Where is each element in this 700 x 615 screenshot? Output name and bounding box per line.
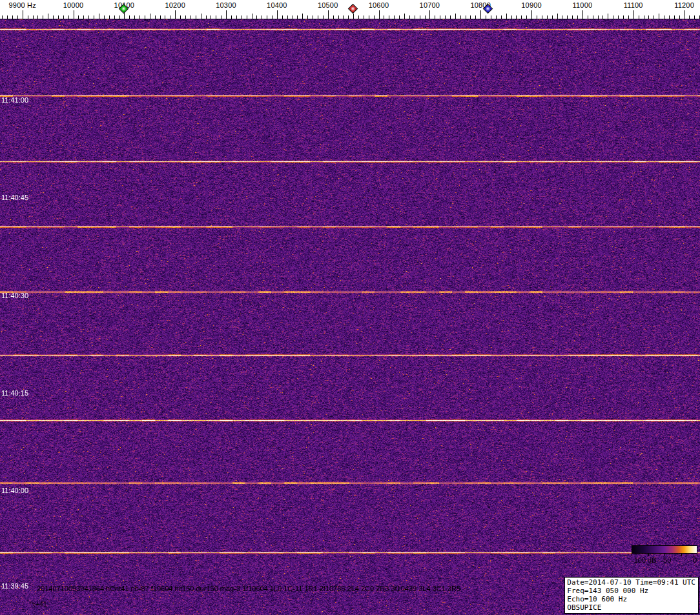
- time-label: 11:40:45: [1, 194, 28, 201]
- red-frequency-marker-diamond-icon: [348, 4, 358, 14]
- info-station: OBSUPICE: [567, 603, 695, 612]
- info-frequency: Freq=143 050 000 Hz: [567, 587, 695, 595]
- ruler-tick: [150, 14, 150, 19]
- ruler-tick: [582, 10, 583, 19]
- freq-tick-label: 11100: [624, 1, 643, 9]
- ruler-tick: [99, 14, 99, 19]
- ruler-tick: [48, 14, 48, 19]
- freq-tick-label: 11200: [674, 1, 694, 9]
- ruler-tick: [328, 10, 329, 19]
- info-date-time: Date=2014-07-10 Time=09:41 UTC: [567, 578, 695, 587]
- ruler-tick: [633, 10, 634, 19]
- freq-tick-label: 10700: [420, 1, 440, 9]
- info-box: Date=2014-07-10 Time=09:41 UTC Freq=143 …: [564, 577, 699, 614]
- ruler-tick: [302, 14, 303, 19]
- time-offset-label: ^t+41: [30, 600, 47, 608]
- detection-annotation: 20140710093941864 hCnt41 nb-87 f10604 hi…: [37, 585, 460, 592]
- ruler-tick: [226, 10, 227, 19]
- time-label: 11:39:45: [1, 582, 28, 590]
- ruler-tick: [201, 14, 201, 19]
- ruler-tick: [685, 10, 685, 19]
- freq-tick-label: 11000: [573, 1, 593, 9]
- colorbar-label-mid: -50: [661, 556, 671, 564]
- ruler-tick: [353, 14, 354, 19]
- spectrogram-app: 9900 Hz100001010010200103001040010500106…: [0, 0, 700, 615]
- ruler-tick: [175, 10, 176, 19]
- ruler-tick: [429, 10, 430, 19]
- spectrogram-canvas: [0, 19, 700, 615]
- ruler-tick: [277, 10, 278, 19]
- colorbar-label-min: -100 dB: [632, 556, 657, 564]
- ruler-tick: [557, 14, 558, 19]
- ruler-tick: [506, 14, 507, 19]
- time-label: 11:40:15: [1, 389, 28, 397]
- info-echo: Echo=10 600 Hz: [567, 595, 695, 603]
- ruler-tick: [23, 10, 23, 19]
- colorbar: -100 dB -50 0: [632, 545, 697, 565]
- freq-tick-label: 10500: [318, 1, 338, 9]
- time-label: 11:41:00: [1, 96, 28, 104]
- colorbar-labels: -100 dB -50 0: [632, 556, 697, 565]
- colorbar-gradient: [632, 545, 697, 554]
- freq-tick-label: 10400: [267, 1, 287, 9]
- ruler-tick: [608, 14, 608, 19]
- ruler-tick: [531, 10, 532, 19]
- freq-tick-label: 10000: [63, 1, 84, 9]
- freq-tick-label: 10200: [165, 1, 185, 9]
- freq-tick-label: 10600: [369, 1, 389, 9]
- time-label: 11:40:00: [1, 487, 28, 494]
- ruler-tick: [480, 10, 481, 19]
- freq-tick-label: 10900: [521, 1, 542, 9]
- freq-tick-label: 10300: [216, 1, 236, 9]
- ruler-tick: [659, 14, 659, 19]
- ruler-tick: [455, 14, 456, 19]
- ruler-tick: [379, 10, 380, 19]
- ruler-tick: [404, 14, 405, 19]
- freq-tick-label: 9900 Hz: [9, 1, 36, 9]
- frequency-ruler: 9900 Hz100001010010200103001040010500106…: [0, 0, 700, 19]
- colorbar-label-max: 0: [693, 556, 697, 564]
- time-label: 11:40:30: [1, 292, 28, 299]
- ruler-tick: [252, 14, 252, 19]
- ruler-tick: [74, 10, 74, 19]
